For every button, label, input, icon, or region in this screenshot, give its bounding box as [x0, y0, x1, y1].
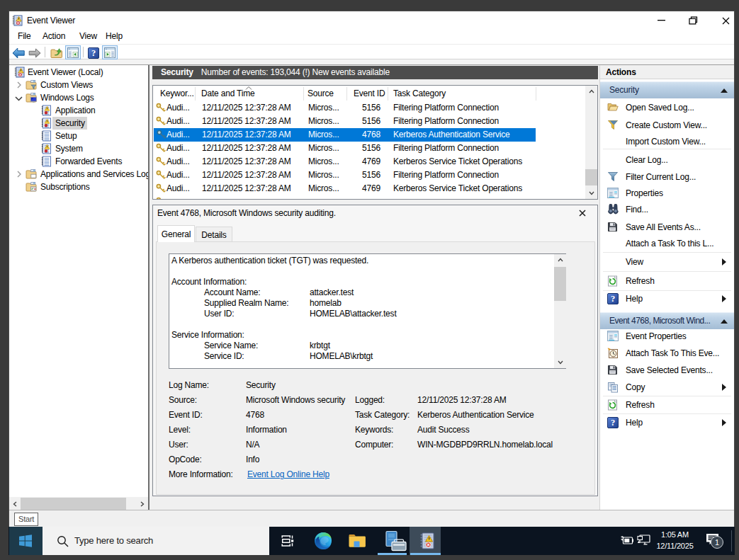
- svg-text:?: ?: [611, 418, 615, 428]
- svg-text:?: ?: [611, 294, 615, 304]
- svg-text:?: ?: [91, 48, 96, 58]
